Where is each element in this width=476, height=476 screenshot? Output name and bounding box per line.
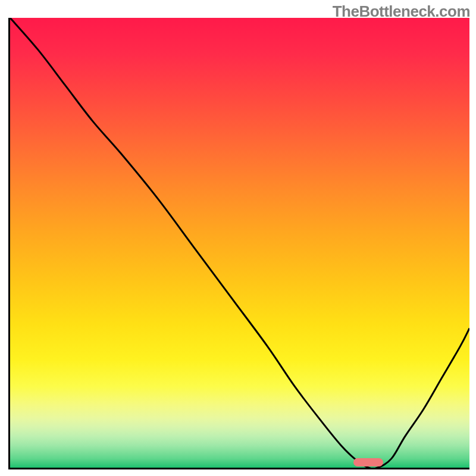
- curve-svg: [10, 18, 469, 468]
- bottleneck-curve-path: [10, 18, 469, 468]
- plot-area: [8, 18, 469, 469]
- watermark-text: TheBottleneck.com: [333, 2, 470, 21]
- optimal-range-marker: [353, 458, 383, 466]
- bottleneck-chart: TheBottleneck.com: [0, 0, 476, 476]
